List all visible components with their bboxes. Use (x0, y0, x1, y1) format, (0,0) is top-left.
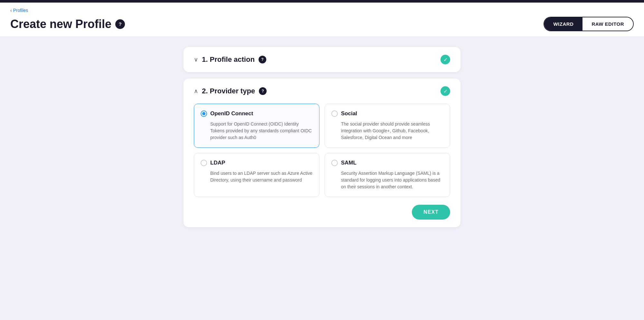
next-button[interactable]: NEXT (412, 205, 450, 220)
radio-saml (331, 160, 338, 166)
section2-header: ∧ 2. Provider type ? ✓ (194, 86, 450, 96)
section2-card: ∧ 2. Provider type ? ✓ OpenID Connect Su… (184, 79, 460, 227)
provider-desc-ldap: Bind users to an LDAP server such as Azu… (201, 170, 313, 184)
provider-desc-social: The social provider should provide seaml… (331, 121, 443, 141)
raw-editor-button[interactable]: RAW EDITOR (582, 17, 633, 31)
header-buttons: WIZARD RAW EDITOR (544, 17, 634, 31)
provider-title-area-ldap: LDAP (201, 160, 313, 166)
radio-openid (201, 110, 207, 117)
provider-desc-openid: Support for OpenID Connect (OIDC) Identi… (201, 121, 313, 141)
provider-title-area-saml: SAML (331, 160, 443, 166)
section2-title-area: ∧ 2. Provider type ? (194, 87, 267, 95)
provider-name-social: Social (341, 110, 357, 117)
page-help-icon[interactable]: ? (115, 19, 125, 29)
section1-title: 1. Profile action (202, 55, 255, 64)
breadcrumb-chevron-icon: ‹ (10, 8, 12, 13)
section1-check-icon: ✓ (440, 55, 450, 64)
top-bar (0, 0, 644, 3)
provider-desc-saml: Security Assertion Markup Language (SAML… (331, 170, 443, 190)
section1-header: ∨ 1. Profile action ? ✓ (194, 55, 450, 64)
section2-help-icon[interactable]: ? (259, 87, 267, 95)
provider-grid: OpenID Connect Support for OpenID Connec… (194, 104, 450, 197)
section1-collapse-icon[interactable]: ∨ (194, 56, 198, 63)
main-content: ∨ 1. Profile action ? ✓ ∧ 2. Provider ty… (0, 37, 644, 238)
header-row: Create new Profile ? WIZARD RAW EDITOR (10, 17, 634, 31)
section1-help-icon[interactable]: ? (259, 56, 266, 63)
radio-ldap (201, 160, 207, 166)
page-title-area: Create new Profile ? (10, 17, 125, 31)
header: ‹ Profiles Create new Profile ? WIZARD R… (0, 3, 644, 37)
radio-social (331, 110, 338, 117)
wizard-button[interactable]: WIZARD (544, 17, 582, 31)
provider-card-social[interactable]: Social The social provider should provid… (325, 104, 450, 148)
section2-check-icon: ✓ (440, 86, 450, 96)
provider-card-openid[interactable]: OpenID Connect Support for OpenID Connec… (194, 104, 319, 148)
section1-card: ∨ 1. Profile action ? ✓ (184, 47, 460, 72)
breadcrumb-profiles-link[interactable]: Profiles (13, 8, 28, 13)
page-title: Create new Profile (10, 17, 111, 31)
section2-collapse-icon[interactable]: ∧ (194, 88, 198, 95)
provider-card-ldap[interactable]: LDAP Bind users to an LDAP server such a… (194, 153, 319, 197)
provider-name-saml: SAML (341, 160, 356, 166)
breadcrumb[interactable]: ‹ Profiles (10, 8, 634, 13)
provider-title-area-social: Social (331, 110, 443, 117)
provider-card-saml[interactable]: SAML Security Assertion Markup Language … (325, 153, 450, 197)
provider-name-ldap: LDAP (210, 160, 225, 166)
section2-title: 2. Provider type (202, 87, 255, 95)
provider-name-openid: OpenID Connect (210, 110, 253, 117)
section1-title-area: ∨ 1. Profile action ? (194, 55, 266, 64)
provider-title-area-openid: OpenID Connect (201, 110, 313, 117)
next-btn-area: NEXT (194, 205, 450, 220)
